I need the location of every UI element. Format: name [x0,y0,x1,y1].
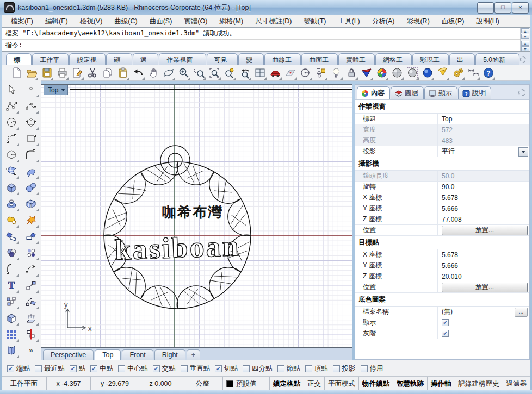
new-file-icon[interactable] [9,66,23,80]
rendered-sphere-icon[interactable] [420,66,434,80]
prop-value[interactable]: 平行 [438,146,529,157]
toolbar-tab-transform[interactable]: 變動 [238,53,264,65]
osnap-near[interactable]: 最近點 [35,364,65,373]
section-icon[interactable] [24,327,38,341]
pointer-icon[interactable] [4,83,18,97]
rounded-corner-icon[interactable] [24,148,38,162]
grid-snap-toggle[interactable]: 鎖定格點 [270,377,304,391]
extrude-icon[interactable] [24,311,38,325]
history-toggle[interactable]: 記錄建構歷史 [455,377,503,391]
cut-icon[interactable] [85,66,99,80]
osnap-point-checkbox[interactable]: ✓ [70,365,77,372]
pan-icon[interactable] [146,66,160,80]
prop-value[interactable]: 5.666 [438,260,529,271]
circle-center-icon[interactable] [299,66,312,80]
prop-value[interactable]: Top [438,114,529,124]
osnap-disable[interactable]: 停用 [361,364,383,373]
toolbar-tab-solid-tools[interactable]: 實體工具 [338,53,375,65]
close-button[interactable]: × [512,2,529,14]
rhino-app-icon[interactable] [4,2,15,13]
maximize-button[interactable]: □ [494,2,511,14]
cplane-icon[interactable] [283,66,297,80]
boolean-dots-icon[interactable] [24,246,38,260]
viewport-tab-right[interactable]: Right [154,349,185,360]
menu-help[interactable]: 說明(H) [470,16,505,27]
options-gears-icon[interactable] [451,66,465,80]
shaded-selected-icon[interactable] [405,66,419,80]
osnap-tangent-checkbox[interactable]: ✓ [215,365,222,372]
prop-value[interactable]: 77.008 [438,214,529,224]
osnap-vertex-checkbox[interactable] [305,365,312,372]
prop-value[interactable]: 5.666 [438,203,529,214]
polyline-icon[interactable] [4,99,18,113]
zoom-window-icon[interactable] [192,66,206,80]
menu-transform[interactable]: 變動(T) [298,16,332,27]
toolbar-tab-display[interactable]: 顯示 [106,53,132,65]
osnap-mid-checkbox[interactable]: ✓ [90,365,97,372]
osnap-project-checkbox[interactable] [333,365,340,372]
menu-curve[interactable]: 曲線(C) [108,16,143,27]
grayscale-checkbox[interactable]: ✓ [442,330,449,337]
explode-icon[interactable] [24,213,38,227]
osnap-end-checkbox[interactable]: ✓ [7,365,14,372]
menu-render[interactable]: 彩現(R) [400,16,435,27]
viewport-title-label[interactable]: Top [44,85,68,95]
osnap-intersection-checkbox[interactable]: ✓ [153,365,160,372]
osnap-knot[interactable]: 節點 [277,364,300,373]
osnap-vertex[interactable]: 頂點 [305,364,328,373]
smarttrack-toggle[interactable]: 智慧軌跡 [393,377,428,391]
filter-toggle[interactable]: 過濾器 [503,377,531,391]
interpolate-curve-icon[interactable] [24,99,38,113]
fillet-curve-icon[interactable] [4,262,18,276]
osnap-perpendicular-checkbox[interactable] [181,365,188,372]
copy-icon[interactable] [101,66,114,80]
zoom-extents-icon[interactable] [207,66,221,80]
torus-icon[interactable] [4,197,18,211]
osnap-center-checkbox[interactable] [118,365,125,372]
browse-button[interactable]: ... [515,308,528,317]
toolbar-tab-curve-tools[interactable]: 曲線工具 [264,53,301,65]
spheres-icon[interactable] [24,180,38,195]
osnap-near-checkbox[interactable] [35,365,42,372]
toolbar-tab-viewport-layout[interactable]: 作業視窗配置 [159,53,206,65]
open-file-icon[interactable] [24,66,38,80]
osnap-toggle[interactable]: 物件鎖點 [359,377,393,391]
zoom-in-icon[interactable] [177,66,190,80]
viewport-tab-top[interactable]: Top [95,349,121,360]
osnap-center[interactable]: 中心點 [118,364,148,373]
circle-icon[interactable] [4,115,18,129]
blend-curve-icon[interactable] [24,262,38,276]
viewport-tab-perspective[interactable]: Perspective [43,349,94,360]
ellipse-icon[interactable] [24,115,38,129]
zoom-selected-icon[interactable] [222,66,236,80]
undo-icon[interactable] [131,66,145,80]
prompt-down-icon[interactable]: ▼ [521,46,529,51]
selection-filter-icon[interactable] [314,66,327,80]
viewport-top[interactable]: 咖希布灣 kasiboan y x Top [41,84,352,348]
split-icon[interactable] [24,229,38,243]
toolbar-tab-surface-tools[interactable]: 曲面工具 [301,53,338,65]
dimension-icon[interactable] [466,66,480,80]
cplane-cell[interactable]: 工作平面 [2,377,47,391]
viewport-tab-front[interactable]: Front [122,349,153,360]
osnap-quadrant-checkbox[interactable] [243,365,250,372]
toolbar-tab-cplanes[interactable]: 工作平面 [32,53,69,65]
panel-tab-help[interactable]: ? 說明 [458,86,491,99]
camera-place-button[interactable]: 放置... [442,226,528,235]
paste-icon[interactable] [116,66,129,80]
panel-tab-layers[interactable]: 圖層 [391,86,424,99]
target-place-button[interactable]: 放置... [442,283,528,292]
toolbar-tab-setview[interactable]: 設定視圖 [69,53,106,65]
menu-file[interactable]: 檔案(F) [5,16,39,27]
prop-value[interactable]: 20.010 [438,271,529,282]
menu-edit[interactable]: 編輯(E) [39,16,74,27]
osnap-quadrant[interactable]: 四分點 [243,364,273,373]
text-icon[interactable]: T [4,278,18,292]
viewport-canvas[interactable]: 咖希布灣 kasiboan y x [41,85,352,347]
array-grid-icon[interactable] [4,327,18,341]
surface-ribbon-icon[interactable] [4,343,18,358]
toolbar-tab-visibility[interactable]: 可見性 [207,53,238,65]
scroll-down-icon[interactable]: ▼ [521,34,529,39]
planar-toggle[interactable]: 平面模式 [325,377,359,391]
minimize-button[interactable]: — [477,2,494,14]
